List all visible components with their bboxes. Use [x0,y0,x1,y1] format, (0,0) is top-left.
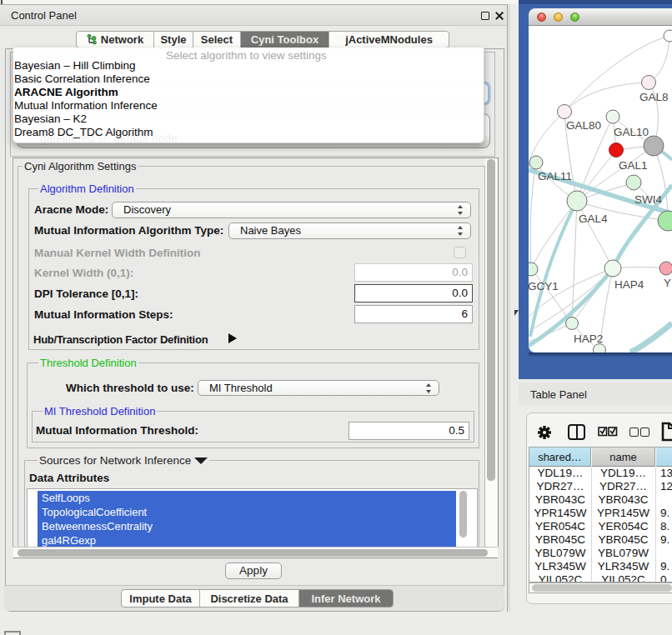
svg-text:HAP2: HAP2 [574,332,603,345]
svg-text:GAL4: GAL4 [579,212,608,225]
svg-text:Y: Y [664,277,671,289]
svg-text:GAL1: GAL1 [619,159,648,172]
svg-text:GAL11: GAL11 [538,170,572,182]
svg-text:HAP4: HAP4 [614,278,644,291]
svg-text:GCY1: GCY1 [529,280,559,292]
svg-text:GAL80: GAL80 [566,119,601,132]
svg-text:GAL8: GAL8 [639,91,669,103]
svg-text:GAL10: GAL10 [614,126,649,138]
svg-text:SWI4: SWI4 [634,193,662,206]
